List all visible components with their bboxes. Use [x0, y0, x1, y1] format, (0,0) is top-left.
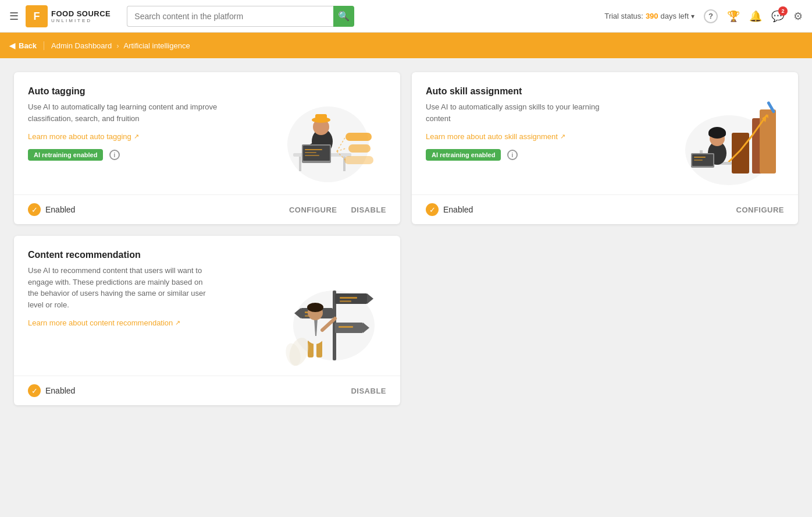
- svg-point-32: [708, 131, 714, 137]
- auto-skill-title: Auto skill assignment: [426, 86, 658, 97]
- content-rec-body: Content recommendation Use AI to recomme…: [14, 236, 400, 376]
- auto-skill-card: Auto skill assignment Use AI to automati…: [412, 72, 798, 224]
- logo-icon: F: [26, 5, 48, 27]
- auto-tagging-body: Auto tagging Use AI to automatically tag…: [14, 72, 400, 194]
- auto-skill-illustration: [668, 86, 784, 185]
- auto-tagging-footer: ✓ Enabled CONFIGURE DISABLE: [14, 194, 400, 224]
- auto-tagging-illustration: [270, 86, 386, 185]
- svg-rect-16: [346, 133, 372, 141]
- auto-skill-link[interactable]: Learn more about auto skill assignment ↗: [426, 132, 565, 141]
- content-rec-external-icon: ↗: [175, 319, 180, 327]
- svg-rect-15: [305, 155, 319, 156]
- auto-tagging-content: Auto tagging Use AI to automatically tag…: [28, 86, 261, 185]
- search-container: 🔍: [127, 6, 354, 27]
- auto-tagging-actions: CONFIGURE DISABLE: [289, 206, 386, 214]
- auto-tagging-svg: [270, 86, 386, 185]
- search-button[interactable]: 🔍: [333, 6, 354, 27]
- svg-rect-37: [694, 157, 706, 158]
- svg-rect-54: [339, 326, 353, 328]
- logo: F FOOD SOURCE UNLIMITED: [26, 5, 111, 27]
- svg-point-60: [307, 303, 323, 312]
- auto-skill-check-icon: ✓: [426, 203, 439, 216]
- breadcrumb-admin[interactable]: Admin Dashboard: [51, 41, 112, 50]
- content-rec-desc: Use AI to recommend content that users w…: [28, 265, 214, 310]
- messages-badge: 2: [778, 6, 788, 16]
- external-link-icon: ↗: [134, 133, 139, 140]
- auto-tagging-info-icon[interactable]: i: [109, 150, 120, 160]
- svg-text:F: F: [34, 10, 40, 22]
- svg-rect-38: [694, 160, 703, 161]
- trial-status: Trial status: 390 days left ▾: [604, 12, 695, 20]
- svg-rect-23: [732, 133, 749, 173]
- main-content: Auto tagging Use AI to automatically tag…: [0, 58, 812, 419]
- content-rec-status: ✓ Enabled: [28, 384, 75, 397]
- content-rec-title: Content recommendation: [28, 250, 261, 260]
- content-recommendation-card: Content recommendation Use AI to recomme…: [14, 236, 400, 405]
- svg-rect-14: [305, 152, 316, 153]
- svg-rect-25: [760, 109, 776, 173]
- header: ☰ F FOOD SOURCE UNLIMITED 🔍 Trial status…: [0, 0, 812, 33]
- content-rec-check-icon: ✓: [28, 384, 41, 397]
- content-rec-illustration: [270, 250, 386, 366]
- breadcrumb: ◀ Back Admin Dashboard › Artificial inte…: [0, 33, 812, 58]
- auto-tagging-desc: Use AI to automatically tag learning con…: [28, 101, 226, 124]
- auto-skill-desc: Use AI to automatically assign skills to…: [426, 101, 624, 124]
- content-rec-disable-button[interactable]: DISABLE: [351, 387, 386, 395]
- svg-marker-44: [367, 293, 373, 304]
- search-icon: 🔍: [338, 10, 350, 22]
- trial-days: 390: [646, 12, 658, 20]
- auto-skill-status: ✓ Enabled: [426, 203, 473, 216]
- trophy-icon[interactable]: 🏆: [727, 10, 740, 23]
- enabled-check-icon: ✓: [28, 203, 41, 216]
- auto-skill-footer: ✓ Enabled CONFIGURE: [412, 194, 798, 224]
- auto-tagging-configure-button[interactable]: CONFIGURE: [289, 206, 337, 214]
- svg-rect-50: [340, 297, 357, 299]
- svg-point-33: [720, 131, 726, 137]
- search-input[interactable]: [127, 6, 333, 27]
- auto-tagging-disable-button[interactable]: DISABLE: [351, 206, 386, 214]
- breadcrumb-separator: ›: [116, 41, 119, 50]
- auto-skill-ai-badge: AI retraining enabled: [426, 149, 501, 161]
- auto-skill-external-icon: ↗: [560, 133, 565, 140]
- svg-rect-51: [340, 300, 351, 302]
- help-icon[interactable]: ?: [704, 9, 718, 23]
- content-rec-link[interactable]: Learn more about content recommendation …: [28, 318, 180, 327]
- trial-dropdown-icon[interactable]: ▾: [691, 12, 695, 20]
- auto-tagging-link[interactable]: Learn more about auto tagging ↗: [28, 132, 139, 141]
- logo-text: FOOD SOURCE UNLIMITED: [51, 9, 111, 23]
- back-button[interactable]: ◀ Back: [9, 41, 44, 50]
- auto-skill-svg: [668, 86, 784, 185]
- svg-rect-13: [305, 149, 322, 150]
- auto-tagging-title: Auto tagging: [28, 86, 261, 97]
- back-arrow-icon: ◀: [9, 41, 15, 50]
- auto-tagging-card: Auto tagging Use AI to automatically tag…: [14, 72, 400, 224]
- bell-icon[interactable]: 🔔: [749, 10, 762, 23]
- auto-skill-content: Auto skill assignment Use AI to automati…: [426, 86, 658, 185]
- svg-rect-18: [344, 156, 373, 164]
- auto-skill-info-icon[interactable]: i: [507, 150, 518, 160]
- content-rec-actions: DISABLE: [351, 387, 386, 395]
- auto-tagging-status: ✓ Enabled: [28, 203, 75, 216]
- auto-tagging-ai-badge: AI retraining enabled: [28, 149, 103, 161]
- breadcrumb-current: Artificial intelligence: [123, 41, 190, 50]
- svg-rect-9: [315, 114, 327, 121]
- menu-icon[interactable]: ☰: [9, 10, 19, 23]
- svg-rect-17: [348, 144, 371, 153]
- auto-skill-configure-button[interactable]: CONFIGURE: [736, 206, 785, 214]
- auto-skill-body: Auto skill assignment Use AI to automati…: [412, 72, 798, 194]
- header-right: Trial status: 390 days left ▾ ? 🏆 🔔 💬 2 …: [604, 9, 803, 23]
- content-rec-content: Content recommendation Use AI to recomme…: [28, 250, 261, 366]
- messages-icon[interactable]: 💬 2: [771, 10, 784, 23]
- svg-rect-4: [299, 157, 301, 171]
- auto-skill-actions: CONFIGURE: [736, 206, 785, 214]
- content-rec-footer: ✓ Enabled DISABLE: [14, 376, 400, 405]
- content-rec-svg: [270, 250, 386, 366]
- settings-icon[interactable]: ⚙: [793, 10, 803, 23]
